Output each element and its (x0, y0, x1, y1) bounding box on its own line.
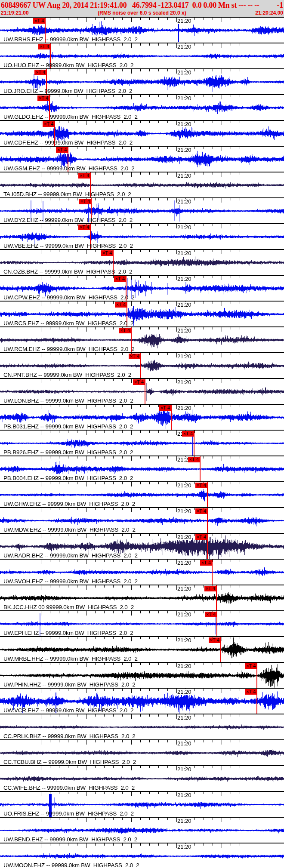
station-label: CN.PNT.BHZ -- 99999.0km BW HIGHPASS 2.0 … (3, 372, 131, 378)
trace-panel[interactable]: 21:20×T 4UW.EPH.EHZ -- 99999.0km BW HIGH… (0, 610, 284, 636)
station-label: UW.BEND.EHZ -- 99999.0km BW HIGHPASS 2.0… (3, 836, 137, 843)
trace-panel[interactable]: 21:20×T 4PB.B031.EHZ -- 99999.0km BW HIG… (0, 404, 284, 430)
trace-panel[interactable]: 21:20×T 4UW.LON.BHZ -- 99999.0km BW HIGH… (0, 378, 284, 404)
tick-time-label: 21:20 (177, 147, 192, 153)
station-label: CC.WIFE.BHZ -- 99999.0km BW HIGHPASS 2.0… (3, 785, 135, 791)
trace-panel[interactable]: 21:20×T 4CN.PNT.BHZ -- 99999.0km BW HIGH… (0, 352, 284, 378)
tick-time-label: 21:20 (177, 250, 192, 256)
pick-flag[interactable]: ×T 4 (33, 18, 45, 24)
trace-panel[interactable]: 21:20×T 4BK.JCC.HHZ 00 99999.0km BW HIGH… (0, 585, 284, 610)
trace-panel[interactable]: 21:20×T 4TA.I05D.BHZ -- 99999.0km BW HIG… (0, 172, 284, 197)
pick-flag[interactable]: ×T 4 (43, 121, 55, 127)
pick-flag[interactable]: ×T 4 (119, 328, 131, 333)
pick-flag[interactable]: ×T 4 (115, 302, 127, 308)
pick-flag[interactable]: ×T 4 (37, 95, 49, 101)
pick-flag[interactable]: ×T 4 (101, 250, 113, 256)
trace-panel[interactable]: 21:20×T 4UW.GSM.EHZ -- 99999.0km BW HIGH… (0, 146, 284, 172)
trace-panel[interactable]: 21:20×T 4UW.RCM.EHZ -- 99999.0km BW HIGH… (0, 326, 284, 352)
pick-flag[interactable]: ×T 4 (195, 483, 207, 488)
pick-flag[interactable]: ×T 4 (245, 663, 257, 669)
trace-panel[interactable]: 21:20×T 4UW.CDF.EHZ -- 99999.0km BW HIGH… (0, 120, 284, 146)
station-label: PB.B031.EHZ -- 99999.0km BW HIGHPASS 2.0… (3, 423, 133, 430)
station-label: PB.B004.EHZ -- 99999.0km BW HIGHPASS 2.0… (3, 475, 133, 481)
station-label: UW.SVOH.EHZ -- 99999.0km BW HIGHPASS 2.0… (3, 578, 138, 585)
station-label: UW.DY2.EHZ -- 99999.0km BW HIGHPASS 2.0 … (3, 217, 133, 223)
pick-flag[interactable]: ×T 4 (245, 689, 257, 695)
tick-time-label: 21:20 (177, 354, 192, 360)
tick-time-label: 21:20 (177, 483, 192, 489)
trace-panel[interactable]: 21:20UW.BEND.EHZ -- 99999.0km BW HIGHPAS… (0, 817, 284, 843)
tick-time-label: 21:20 (177, 276, 192, 282)
pick-flag[interactable]: ×T 4 (34, 70, 46, 75)
tick-time-label: 21:20 (177, 792, 192, 798)
tick-time-label: 21:20 (177, 70, 192, 76)
trace-panel[interactable]: 21:20×T 4UW.VBE.EHZ -- 99999.0km BW HIGH… (0, 223, 284, 249)
pick-flag[interactable]: ×T 4 (204, 586, 216, 591)
station-label: UW.GHW.EHZ -- 99999.0km BW HIGHPASS 2.0 … (3, 501, 135, 507)
pick-flag[interactable]: ×T 4 (182, 431, 194, 437)
window-start-time: 21:19:21.00 (1, 10, 29, 16)
station-label: UO.FRIS.EHZ -- 99999.0km BW HIGHPASS 2.0… (3, 810, 134, 817)
trace-panel[interactable]: 21:20×T 4UW.GHW.EHZ -- 99999.0km BW HIGH… (0, 481, 284, 507)
trace-panel[interactable]: 21:20×T 4UW.RADR.BHZ -- 99999.0km BW HIG… (0, 533, 284, 559)
pick-flag[interactable]: ×T 4 (205, 612, 217, 617)
station-label: UW.MRBL.HHZ -- 99999.0km BW HIGHPASS 2.0… (3, 656, 138, 662)
trace-panel[interactable]: 21:20×T 4CN.OZB.BHZ -- 99999.0km BW HIGH… (0, 249, 284, 275)
tick-time-label: 21:20 (177, 663, 192, 669)
pick-flag[interactable]: ×T 4 (79, 199, 91, 204)
tick-time-label: 21:20 (177, 44, 192, 50)
pick-flag[interactable]: ×T 4 (188, 457, 200, 462)
pick-flag[interactable]: ×T 4 (200, 560, 212, 566)
station-label: UW.EPH.EHZ -- 99999.0km BW HIGHPASS 2.0 … (3, 630, 133, 636)
trace-panel[interactable]: 21:20×T 4UW.MRBL.HHZ -- 99999.0km BW HIG… (0, 636, 284, 662)
trace-panel[interactable]: 21:20CC.PRLK.BHZ -- 99999.0km BW HIGHPAS… (0, 714, 284, 739)
station-label: UW.MOON.EHZ -- 99999.0km BW HIGHPASS 2.0… (3, 862, 139, 868)
trace-panel[interactable]: 21:20UO.FRIS.EHZ -- 99999.0km BW HIGHPAS… (0, 791, 284, 817)
pick-flag[interactable]: ×T 4 (129, 354, 141, 359)
trace-panel[interactable]: 21:20×T 4PB.B004.EHZ -- 99999.0km BW HIG… (0, 456, 284, 481)
trace-panel[interactable]: 21:20×T 4UW.RCS.EHZ -- 99999.0km BW HIGH… (0, 301, 284, 326)
tick-time-label: 21:20 (177, 586, 192, 592)
trace-panel[interactable]: 21:20×T 4PB.B926.EHZ -- 99999.0km BW HIG… (0, 430, 284, 456)
pick-flag[interactable]: ×T 4 (78, 225, 90, 230)
event-summary: 60849667 UW Aug 20, 2014 21:19:41.00 46.… (1, 0, 259, 10)
pick-flag[interactable]: ×T 4 (209, 637, 221, 643)
tick-time-label: 21:20 (177, 637, 192, 643)
trace-panel[interactable]: 21:20×T 4UW.RRHS.EHZ -- 99999.0km BW HIG… (0, 17, 284, 43)
pick-flag[interactable]: ×T 4 (195, 534, 207, 540)
pick-flag[interactable]: ×T 4 (133, 379, 145, 385)
trace-panel[interactable]: 21:20×T 4UO.HUO.EHZ -- 99999.0km BW HIGH… (0, 43, 284, 68)
trace-panel[interactable]: 21:20×T 4UO.JRO.EHZ -- 99999.0km BW HIGH… (0, 68, 284, 94)
trace-panel[interactable]: 21:20×T 4UW.MDW.EHZ -- 99999.0km BW HIGH… (0, 507, 284, 533)
pick-flag[interactable]: ×T 4 (78, 173, 90, 179)
event-title-row: 60849667 UW Aug 20, 2014 21:19:41.00 46.… (0, 0, 284, 10)
tick-time-label: 21:20 (177, 95, 192, 102)
tick-time-label: 21:20 (177, 302, 192, 308)
pick-flag[interactable]: ×T 4 (195, 508, 207, 514)
trace-panel[interactable]: 21:20×T 4UW.DY2.EHZ -- 99999.0km BW HIGH… (0, 197, 284, 223)
scaling-note: (RMS noise over 6.0 s scaled 20.0 x) (98, 10, 186, 16)
station-label: BK.JCC.HHZ 00 99999.0km BW HIGHPASS 2.0 … (3, 604, 134, 610)
station-label: UW.RCS.EHZ -- 99999.0km BW HIGHPASS 2.0 … (3, 320, 133, 326)
pick-flag[interactable]: ×T 4 (56, 147, 68, 153)
tick-time-label: 21:20 (177, 741, 192, 747)
station-label: CC.TCBU.BHZ -- 99999.0km BW HIGHPASS 2.0… (3, 759, 136, 765)
trace-panel[interactable]: 21:20×T 4UW.CPW.EHZ -- 99999.0km BW HIGH… (0, 275, 284, 301)
event-header: 60849667 UW Aug 20, 2014 21:19:41.00 46.… (0, 0, 284, 17)
trace-panel[interactable]: 21:20CC.WIFE.BHZ -- 99999.0km BW HIGHPAS… (0, 765, 284, 791)
trace-panel[interactable]: 21:20×T 4UW.PHIN.HHZ -- 99999.0km BW HIG… (0, 662, 284, 688)
trace-panel[interactable]: 21:20×T 4UW.GLDO.EHZ -- 99999.0km BW HIG… (0, 94, 284, 120)
window-time-row: 21:19:21.00 (RMS noise over 6.0 s scaled… (0, 10, 284, 16)
tick-time-label: 21:20 (177, 689, 192, 695)
event-flag-value: -1 (277, 0, 283, 10)
pick-flag[interactable]: ×T 4 (159, 405, 171, 411)
station-label: UW.GSM.EHZ -- 99999.0km BW HIGHPASS 2.0 … (3, 165, 135, 172)
pick-flag[interactable]: ×T 4 (114, 276, 126, 282)
trace-panel[interactable]: 21:20×T 4UW.SVOH.EHZ -- 99999.0km BW HIG… (0, 559, 284, 585)
trace-panel[interactable]: 21:20×T 4UW.VCR.EHZ -- 99999.0km BW HIGH… (0, 688, 284, 714)
tick-time-label: 21:20 (177, 199, 192, 205)
pick-flag[interactable]: ×T 4 (38, 44, 50, 49)
station-label: CN.OZB.BHZ -- 99999.0km BW HIGHPASS 2.0 … (3, 268, 132, 275)
trace-panel[interactable]: 21:20UW.MOON.EHZ -- 99999.0km BW HIGHPAS… (0, 843, 284, 868)
trace-panel[interactable]: 21:20CC.TCBU.BHZ -- 99999.0km BW HIGHPAS… (0, 739, 284, 765)
